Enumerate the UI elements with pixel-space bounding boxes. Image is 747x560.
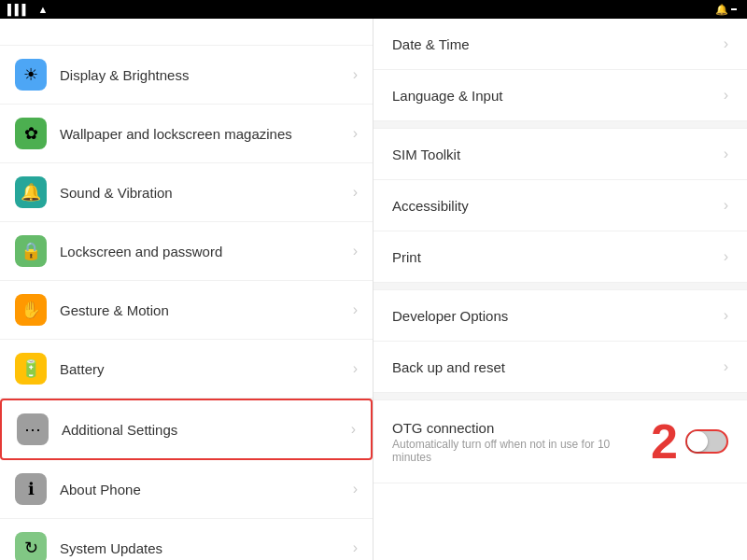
annotation-2: 2: [651, 413, 678, 469]
right-chevron-datetime: ›: [724, 35, 728, 52]
item-label-wallpaper: Wallpaper and lockscreen magazines: [60, 126, 353, 142]
settings-item-about[interactable]: ℹ About Phone ›: [0, 460, 373, 519]
right-item-backup[interactable]: Back up and reset ›: [374, 342, 747, 393]
item-label-additional: Additional Settings: [62, 422, 351, 438]
right-item-print[interactable]: Print ›: [374, 231, 747, 283]
otg-label: OTG connection: [392, 420, 651, 436]
icon-wallpaper: ✿: [15, 118, 47, 149]
volte-badge: [731, 8, 737, 10]
settings-item-gesture[interactable]: ✋ Gesture & Motion ›: [0, 281, 373, 340]
right-item-language[interactable]: Language & Input ›: [374, 70, 747, 121]
item-label-lockscreen: Lockscreen and password: [60, 244, 353, 259]
status-bar: ▌▌▌ ▲ 🔔: [0, 0, 747, 19]
toggle-thumb: [687, 431, 708, 452]
right-label-print: Print: [392, 249, 724, 265]
spacer-developer: [374, 283, 747, 290]
right-item-datetime[interactable]: Date & Time ›: [374, 19, 747, 70]
icon-about: ℹ: [15, 473, 47, 505]
status-right: 🔔: [712, 4, 740, 16]
icon-gesture: ✋: [15, 294, 47, 326]
wifi-icon: ▲: [37, 4, 48, 15]
settings-list: ☀ Display & Brightness › ✿ Wallpaper and…: [0, 46, 373, 560]
chevron-icon-gesture: ›: [353, 301, 358, 318]
settings-item-system[interactable]: ↻ System Updates ›: [0, 519, 373, 560]
right-label-datetime: Date & Time: [392, 36, 724, 52]
right-item-accessibility[interactable]: Accessibility ›: [374, 180, 747, 231]
settings-item-sound[interactable]: 🔔 Sound & Vibration ›: [0, 163, 373, 222]
right-chevron-backup: ›: [724, 358, 728, 375]
chevron-icon-about: ›: [353, 481, 358, 497]
right-label-backup: Back up and reset: [392, 359, 724, 375]
right-chevron-accessibility: ›: [724, 197, 728, 214]
settings-item-wallpaper[interactable]: ✿ Wallpaper and lockscreen magazines ›: [0, 105, 373, 163]
right-list: Date & Time › Language & Input › SIM Too…: [374, 19, 747, 560]
icon-display: ☀: [15, 59, 47, 91]
right-chevron-developer: ›: [724, 307, 728, 324]
item-label-sound: Sound & Vibration: [60, 185, 353, 201]
chevron-icon-additional: ›: [351, 421, 356, 438]
right-label-sim: SIM Toolkit: [392, 147, 724, 162]
settings-item-lockscreen[interactable]: 🔒 Lockscreen and password ›: [0, 222, 373, 281]
icon-sound: 🔔: [15, 176, 47, 208]
icon-battery: 🔋: [15, 353, 47, 385]
signal-icon: ▌▌▌: [7, 4, 29, 15]
settings-item-display[interactable]: ☀ Display & Brightness ›: [0, 46, 373, 105]
notification-icon: 🔔: [715, 4, 728, 16]
icon-system: ↻: [15, 532, 47, 560]
icon-additional: ⋯: [17, 413, 49, 445]
spacer-sim: [374, 121, 747, 129]
right-item-otg: OTG connection Automatically turn off wh…: [374, 400, 747, 483]
settings-item-additional[interactable]: ⋯ Additional Settings › 1: [0, 399, 373, 460]
item-label-system: System Updates: [60, 540, 353, 556]
item-label-gesture: Gesture & Motion: [60, 302, 353, 318]
right-chevron-sim: ›: [724, 146, 728, 162]
chevron-icon-display: ›: [353, 66, 358, 83]
item-label-about: About Phone: [60, 482, 353, 497]
item-label-display: Display & Brightness: [60, 67, 353, 83]
right-chevron-language: ›: [724, 87, 728, 104]
right-panel: Date & Time › Language & Input › SIM Too…: [374, 19, 747, 560]
otg-toggle[interactable]: [685, 429, 728, 454]
settings-item-battery[interactable]: 🔋 Battery ›: [0, 340, 373, 399]
right-item-developer[interactable]: Developer Options ›: [374, 290, 747, 342]
right-chevron-print: ›: [724, 248, 728, 265]
item-label-battery: Battery: [60, 361, 353, 377]
page-title: [0, 19, 373, 46]
main-container: ☀ Display & Brightness › ✿ Wallpaper and…: [0, 19, 747, 560]
right-label-accessibility: Accessibility: [392, 198, 724, 214]
left-panel: ☀ Display & Brightness › ✿ Wallpaper and…: [0, 19, 374, 560]
chevron-icon-wallpaper: ›: [353, 125, 358, 142]
chevron-icon-lockscreen: ›: [353, 243, 358, 259]
chevron-icon-system: ›: [353, 539, 358, 556]
status-left: ▌▌▌ ▲: [7, 4, 48, 15]
right-item-sim[interactable]: SIM Toolkit ›: [374, 129, 747, 180]
right-label-developer: Developer Options: [392, 308, 724, 324]
right-label-language: Language & Input: [392, 88, 724, 104]
icon-lockscreen: 🔒: [15, 235, 47, 267]
chevron-icon-battery: ›: [353, 360, 358, 377]
otg-sublabel: Automatically turn off when not in use f…: [392, 438, 651, 464]
otg-text: OTG connection Automatically turn off wh…: [392, 420, 651, 464]
spacer-otg: [374, 393, 747, 400]
chevron-icon-sound: ›: [353, 184, 358, 201]
